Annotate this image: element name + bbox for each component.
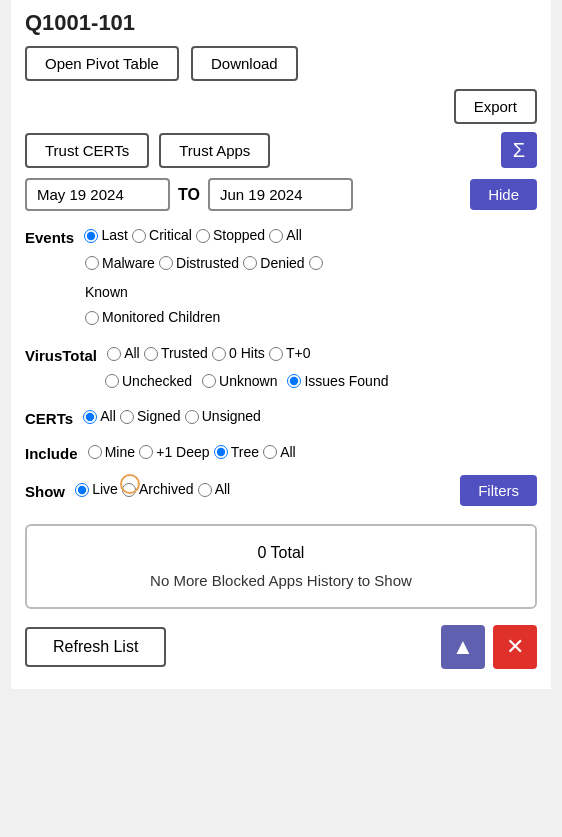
certs-all-option[interactable]: All [83,404,116,429]
date-from-input[interactable] [25,178,170,211]
include-all-option[interactable]: All [263,440,296,465]
certs-filter: CERTs All Signed Unsigned [25,404,537,432]
events-critical-option[interactable]: Critical [132,223,192,248]
sigma-icon: Σ [513,139,525,162]
up-arrow-button[interactable]: ▲ [441,625,485,669]
certs-label: CERTs [25,410,73,427]
close-button[interactable]: ✕ [493,625,537,669]
download-button[interactable]: Download [191,46,298,81]
show-archived-option[interactable]: Archived [122,477,193,502]
events-all-option[interactable]: All [269,223,302,248]
page-title: Q1001-101 [25,10,537,36]
open-pivot-button[interactable]: Open Pivot Table [25,46,179,81]
events-denied-option[interactable]: Denied [243,251,304,276]
vt-unknown-option[interactable]: Unknown [202,369,277,394]
vt-0hits-option[interactable]: 0 Hits [212,341,265,366]
vt-trusted-option[interactable]: Trusted [144,341,208,366]
include-filter: Include Mine +1 Deep Tree All [25,440,537,468]
events-known-option[interactable] [309,256,326,270]
trust-apps-button[interactable]: Trust Apps [159,133,270,168]
events-monitored-option[interactable]: Monitored Children [85,305,220,330]
top-buttons-row: Open Pivot Table Download [25,46,537,81]
date-row: TO Hide [25,178,537,211]
export-button[interactable]: Export [454,89,537,124]
vt-issues-option[interactable]: Issues Found [287,369,388,394]
filters-button[interactable]: Filters [460,475,537,506]
certs-unsigned-option[interactable]: Unsigned [185,404,261,429]
result-message: No More Blocked Apps History to Show [43,572,519,589]
show-filter: Show Live Archived All [25,477,230,505]
include-label: Include [25,445,78,462]
events-stopped-option[interactable]: Stopped [196,223,265,248]
bottom-row: Refresh List ▲ ✕ [25,625,537,669]
date-to-input[interactable] [208,178,353,211]
date-to-label: TO [178,186,200,204]
events-distrusted-option[interactable]: Distrusted [159,251,239,276]
trust-row: Trust CERTs Trust Apps Σ [25,132,537,168]
refresh-list-button[interactable]: Refresh List [25,627,166,667]
bottom-icons: ▲ ✕ [441,625,537,669]
events-label: Events [25,229,74,246]
result-total: 0 Total [43,544,519,562]
virustotal-label: VirusTotal [25,347,97,364]
include-1deep-option[interactable]: +1 Deep [139,440,209,465]
show-live-option[interactable]: Live [75,477,118,502]
certs-signed-option[interactable]: Signed [120,404,181,429]
vt-unchecked-option[interactable]: Unchecked [105,369,192,394]
events-known-label: Known [85,280,128,305]
events-filter: Events Last Critical Stopped All Malware… [25,223,537,333]
hide-button[interactable]: Hide [470,179,537,210]
include-mine-option[interactable]: Mine [88,440,135,465]
include-tree-option[interactable]: Tree [214,440,259,465]
vt-tplus0-option[interactable]: T+0 [269,341,311,366]
close-icon: ✕ [506,634,524,660]
export-row: Export [25,89,537,124]
events-last-option[interactable]: Last [84,223,127,248]
show-label: Show [25,483,65,500]
virus-total-filter: VirusTotal All Trusted 0 Hits T+0 Unchec… [25,341,537,396]
sigma-icon-button[interactable]: Σ [501,132,537,168]
show-all-option[interactable]: All [198,477,231,502]
vt-all-option[interactable]: All [107,341,140,366]
events-malware-option[interactable]: Malware [85,251,155,276]
up-arrow-icon: ▲ [452,634,474,660]
trust-certs-button[interactable]: Trust CERTs [25,133,149,168]
result-box: 0 Total No More Blocked Apps History to … [25,524,537,609]
